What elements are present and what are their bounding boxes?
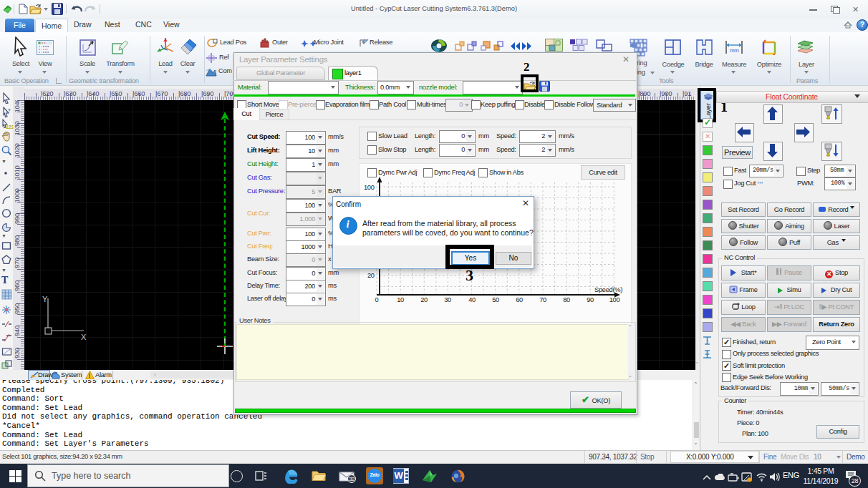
svg-text:Y: Y: [42, 295, 48, 303]
svg-text:123: 123: [6, 125, 13, 130]
svg-text:mm: mm: [730, 47, 739, 54]
svg-text:32: 32: [349, 476, 355, 482]
svg-text:X: X: [81, 333, 87, 341]
